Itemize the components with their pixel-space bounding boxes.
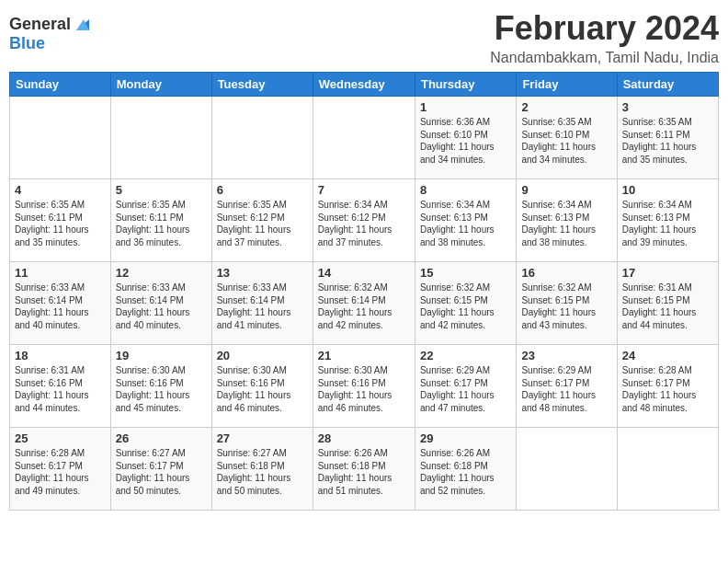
logo-blue: Blue <box>9 34 45 53</box>
day-number: 12 <box>116 266 207 280</box>
day-info: Sunrise: 6:33 AM Sunset: 6:14 PM Dayligh… <box>217 282 308 331</box>
day-info: Sunrise: 6:29 AM Sunset: 6:17 PM Dayligh… <box>420 364 511 414</box>
calendar-header-saturday: Saturday <box>617 73 718 97</box>
calendar-cell <box>517 428 617 511</box>
day-info: Sunrise: 6:32 AM Sunset: 6:15 PM Dayligh… <box>521 282 611 331</box>
calendar-cell: 23Sunrise: 6:29 AM Sunset: 6:17 PM Dayli… <box>517 345 617 428</box>
day-number: 16 <box>521 266 611 280</box>
day-number: 11 <box>15 266 106 280</box>
day-number: 7 <box>318 183 410 197</box>
calendar-week-3: 11Sunrise: 6:33 AM Sunset: 6:14 PM Dayli… <box>10 262 719 345</box>
calendar-cell: 7Sunrise: 6:34 AM Sunset: 6:12 PM Daylig… <box>313 179 415 262</box>
calendar-cell: 8Sunrise: 6:34 AM Sunset: 6:13 PM Daylig… <box>415 179 516 262</box>
calendar-header-thursday: Thursday <box>415 73 516 97</box>
day-number: 27 <box>217 431 308 445</box>
calendar-cell: 12Sunrise: 6:33 AM Sunset: 6:14 PM Dayli… <box>110 262 211 345</box>
day-info: Sunrise: 6:34 AM Sunset: 6:13 PM Dayligh… <box>622 199 713 248</box>
calendar-cell <box>313 97 415 179</box>
calendar-cell: 25Sunrise: 6:28 AM Sunset: 6:17 PM Dayli… <box>10 428 111 511</box>
calendar-cell: 19Sunrise: 6:30 AM Sunset: 6:16 PM Dayli… <box>110 345 211 428</box>
page-subtitle: Nandambakkam, Tamil Nadu, India <box>490 50 719 66</box>
calendar-cell: 28Sunrise: 6:26 AM Sunset: 6:18 PM Dayli… <box>313 428 415 511</box>
calendar-cell: 24Sunrise: 6:28 AM Sunset: 6:17 PM Dayli… <box>617 345 718 428</box>
calendar-cell: 9Sunrise: 6:34 AM Sunset: 6:13 PM Daylig… <box>517 179 617 262</box>
day-number: 26 <box>116 431 207 445</box>
day-info: Sunrise: 6:26 AM Sunset: 6:18 PM Dayligh… <box>420 447 511 497</box>
calendar-header-tuesday: Tuesday <box>211 73 313 97</box>
day-info: Sunrise: 6:27 AM Sunset: 6:17 PM Dayligh… <box>116 447 207 497</box>
calendar-cell: 16Sunrise: 6:32 AM Sunset: 6:15 PM Dayli… <box>517 262 617 345</box>
calendar-cell: 29Sunrise: 6:26 AM Sunset: 6:18 PM Dayli… <box>415 428 516 511</box>
calendar-header-row: SundayMondayTuesdayWednesdayThursdayFrid… <box>10 73 719 97</box>
logo: General Blue <box>9 15 91 53</box>
calendar-header-wednesday: Wednesday <box>313 73 415 97</box>
calendar-cell <box>211 97 313 179</box>
day-info: Sunrise: 6:34 AM Sunset: 6:12 PM Dayligh… <box>318 199 410 248</box>
day-number: 17 <box>622 266 713 280</box>
day-number: 21 <box>318 349 410 362</box>
calendar-cell: 20Sunrise: 6:30 AM Sunset: 6:16 PM Dayli… <box>211 345 313 428</box>
calendar-cell: 21Sunrise: 6:30 AM Sunset: 6:16 PM Dayli… <box>313 345 415 428</box>
calendar-cell: 22Sunrise: 6:29 AM Sunset: 6:17 PM Dayli… <box>415 345 516 428</box>
calendar-cell: 17Sunrise: 6:31 AM Sunset: 6:15 PM Dayli… <box>617 262 718 345</box>
day-info: Sunrise: 6:35 AM Sunset: 6:11 PM Dayligh… <box>15 199 106 248</box>
calendar-cell: 14Sunrise: 6:32 AM Sunset: 6:14 PM Dayli… <box>313 262 415 345</box>
day-info: Sunrise: 6:35 AM Sunset: 6:11 PM Dayligh… <box>116 199 207 248</box>
day-number: 5 <box>116 183 207 197</box>
day-number: 24 <box>622 349 713 362</box>
day-number: 22 <box>420 349 511 362</box>
day-info: Sunrise: 6:28 AM Sunset: 6:17 PM Dayligh… <box>622 364 713 414</box>
calendar-week-1: 1Sunrise: 6:36 AM Sunset: 6:10 PM Daylig… <box>10 97 719 179</box>
calendar-cell <box>10 97 111 179</box>
calendar-table: SundayMondayTuesdayWednesdayThursdayFrid… <box>9 72 719 511</box>
day-number: 10 <box>622 183 713 197</box>
day-info: Sunrise: 6:34 AM Sunset: 6:13 PM Dayligh… <box>521 199 611 248</box>
day-number: 15 <box>420 266 511 280</box>
day-info: Sunrise: 6:31 AM Sunset: 6:16 PM Dayligh… <box>15 364 106 414</box>
day-number: 6 <box>217 183 308 197</box>
calendar-cell: 3Sunrise: 6:35 AM Sunset: 6:11 PM Daylig… <box>617 97 718 179</box>
calendar-cell: 4Sunrise: 6:35 AM Sunset: 6:11 PM Daylig… <box>10 179 111 262</box>
day-info: Sunrise: 6:34 AM Sunset: 6:13 PM Dayligh… <box>420 199 511 248</box>
calendar-cell: 5Sunrise: 6:35 AM Sunset: 6:11 PM Daylig… <box>110 179 211 262</box>
day-number: 13 <box>217 266 308 280</box>
calendar-header-sunday: Sunday <box>10 73 111 97</box>
day-info: Sunrise: 6:29 AM Sunset: 6:17 PM Dayligh… <box>521 364 611 414</box>
calendar-cell: 10Sunrise: 6:34 AM Sunset: 6:13 PM Dayli… <box>617 179 718 262</box>
page-title: February 2024 <box>490 9 719 48</box>
day-info: Sunrise: 6:30 AM Sunset: 6:16 PM Dayligh… <box>116 364 207 414</box>
day-number: 20 <box>217 349 308 362</box>
calendar-cell: 1Sunrise: 6:36 AM Sunset: 6:10 PM Daylig… <box>415 97 516 179</box>
day-number: 9 <box>521 183 611 197</box>
day-info: Sunrise: 6:31 AM Sunset: 6:15 PM Dayligh… <box>622 282 713 331</box>
day-info: Sunrise: 6:35 AM Sunset: 6:12 PM Dayligh… <box>217 199 308 248</box>
day-number: 14 <box>318 266 410 280</box>
day-number: 1 <box>420 100 511 114</box>
day-info: Sunrise: 6:27 AM Sunset: 6:18 PM Dayligh… <box>217 447 308 497</box>
day-info: Sunrise: 6:33 AM Sunset: 6:14 PM Dayligh… <box>116 282 207 331</box>
day-number: 18 <box>15 349 106 362</box>
day-info: Sunrise: 6:35 AM Sunset: 6:11 PM Dayligh… <box>622 116 713 166</box>
day-info: Sunrise: 6:32 AM Sunset: 6:15 PM Dayligh… <box>420 282 511 331</box>
day-info: Sunrise: 6:30 AM Sunset: 6:16 PM Dayligh… <box>318 364 410 414</box>
day-number: 23 <box>521 349 611 362</box>
day-number: 4 <box>15 183 106 197</box>
header: General Blue February 2024 Nandambakkam,… <box>9 9 719 66</box>
calendar-cell: 13Sunrise: 6:33 AM Sunset: 6:14 PM Dayli… <box>211 262 313 345</box>
calendar-cell: 6Sunrise: 6:35 AM Sunset: 6:12 PM Daylig… <box>211 179 313 262</box>
title-area: February 2024 Nandambakkam, Tamil Nadu, … <box>490 9 719 66</box>
calendar-cell <box>617 428 718 511</box>
calendar-cell: 27Sunrise: 6:27 AM Sunset: 6:18 PM Dayli… <box>211 428 313 511</box>
day-info: Sunrise: 6:28 AM Sunset: 6:17 PM Dayligh… <box>15 447 106 497</box>
calendar-cell: 26Sunrise: 6:27 AM Sunset: 6:17 PM Dayli… <box>110 428 211 511</box>
calendar-week-2: 4Sunrise: 6:35 AM Sunset: 6:11 PM Daylig… <box>10 179 719 262</box>
calendar-cell: 18Sunrise: 6:31 AM Sunset: 6:16 PM Dayli… <box>10 345 111 428</box>
day-info: Sunrise: 6:33 AM Sunset: 6:14 PM Dayligh… <box>15 282 106 331</box>
day-info: Sunrise: 6:35 AM Sunset: 6:10 PM Dayligh… <box>521 116 611 166</box>
calendar-cell <box>110 97 211 179</box>
day-info: Sunrise: 6:36 AM Sunset: 6:10 PM Dayligh… <box>420 116 511 166</box>
day-number: 2 <box>521 100 611 114</box>
day-number: 3 <box>622 100 713 114</box>
calendar-header-friday: Friday <box>517 73 617 97</box>
calendar-cell: 2Sunrise: 6:35 AM Sunset: 6:10 PM Daylig… <box>517 97 617 179</box>
